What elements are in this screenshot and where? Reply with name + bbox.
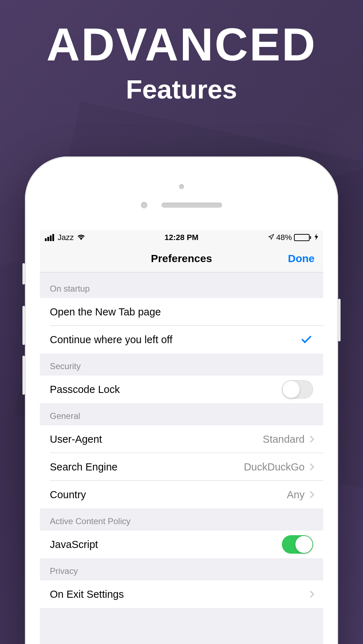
done-button[interactable]: Done [288,252,315,265]
passcode-toggle[interactable] [282,380,313,399]
chevron-right-icon [307,491,314,498]
proximity-sensor-icon [141,202,147,208]
section-header-startup: On startup [40,272,323,298]
row-value-text: DuckDuckGo [244,461,305,473]
chevron-right-icon [307,463,314,470]
hero-subtitle: Features [0,74,363,105]
mute-switch [22,263,25,284]
section-header-security: Security [40,353,323,376]
phone-mockup: Jazz 12:28 PM 48% Pre [25,156,338,644]
wifi-icon [77,234,85,242]
volume-down-button [22,356,25,395]
row-label: Search Engine [50,461,117,473]
clock-label: 12:28 PM [164,233,198,242]
volume-up-button [22,306,25,345]
checkmark-icon [301,333,311,343]
hero-title: ADVANCED [0,21,363,68]
row-label: User-Agent [50,433,102,445]
navigation-bar: Preferences Done [40,245,323,272]
page-title: Preferences [151,252,212,265]
javascript-toggle[interactable] [282,535,313,554]
power-button [338,299,341,341]
javascript-row[interactable]: JavaScript [40,531,323,558]
status-bar: Jazz 12:28 PM 48% [40,230,323,245]
row-value-text: Any [287,489,305,501]
row-label: Open the New Tab page [50,306,161,318]
carrier-label: Jazz [58,233,74,242]
on-exit-settings-row[interactable]: On Exit Settings [40,580,323,608]
battery-percent-label: 48% [276,233,292,242]
phone-sensors [25,184,338,208]
row-label: On Exit Settings [50,589,124,600]
chevron-right-icon [307,591,314,598]
row-label: Passcode Lock [50,384,120,395]
row-label: Country [50,489,86,501]
battery-icon [294,234,311,241]
section-header-privacy: Privacy [40,558,323,580]
hero-banner: ADVANCED Features [0,0,363,105]
signal-icon [45,234,54,241]
charging-icon [315,234,318,241]
row-label: JavaScript [50,539,98,550]
country-row[interactable]: Country Any [40,481,323,509]
row-value-text: Standard [263,433,305,445]
speaker-grill-icon [162,203,222,208]
user-agent-row[interactable]: User-Agent Standard [40,425,323,453]
phone-screen: Jazz 12:28 PM 48% Pre [40,230,323,644]
camera-icon [179,184,184,189]
startup-option-new-tab[interactable]: Open the New Tab page [40,298,323,326]
chevron-right-icon [307,436,314,443]
location-icon [268,234,274,241]
row-label: Continue where you left off [50,334,172,346]
passcode-lock-row[interactable]: Passcode Lock [40,376,323,403]
section-header-content-policy: Active Content Policy [40,509,323,531]
section-header-general: General [40,403,323,425]
startup-option-continue[interactable]: Continue where you left off [40,326,323,353]
search-engine-row[interactable]: Search Engine DuckDuckGo [40,453,323,481]
